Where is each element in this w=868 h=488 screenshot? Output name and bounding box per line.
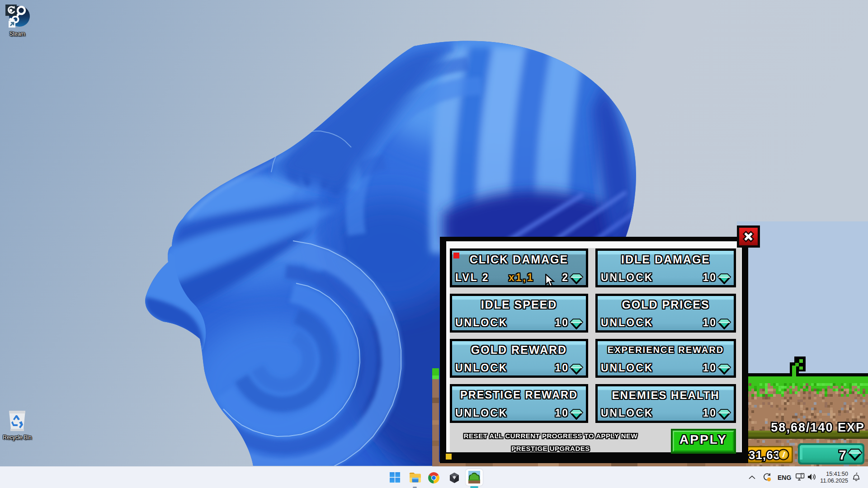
svg-text:31,63: 31,63 <box>749 448 780 462</box>
svg-text:58,68/140 EXP: 58,68/140 EXP <box>771 421 865 434</box>
svg-text:7: 7 <box>839 447 846 462</box>
